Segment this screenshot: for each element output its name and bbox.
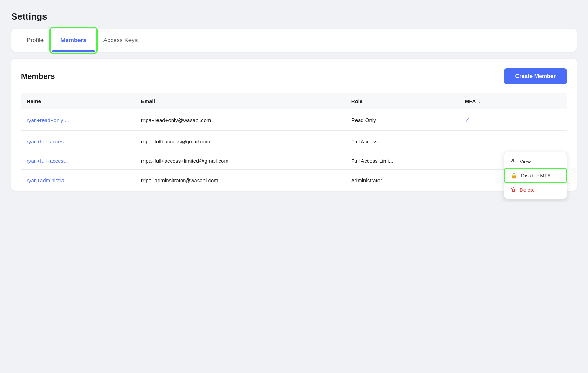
members-header: Members Create Member — [21, 68, 567, 84]
table-row: ryan+full+acces... rripa+full+access@gma… — [21, 131, 567, 152]
delete-icon: 🗑 — [510, 186, 516, 193]
actions-cell: ⋮ 👁 View 🔒 Disable MFA 🗑 D — [516, 131, 567, 152]
tab-members[interactable]: Members — [52, 29, 95, 52]
member-name-link[interactable]: ryan+administra... — [27, 177, 69, 183]
disable-mfa-icon: 🔒 — [510, 172, 517, 179]
col-email: Email — [135, 93, 346, 109]
col-mfa: MFA ↓ — [459, 93, 516, 109]
dropdown-item-delete[interactable]: 🗑 Delete — [504, 183, 567, 197]
member-role: Full Access — [346, 131, 459, 152]
view-icon: 👁 — [510, 158, 516, 164]
member-role: Read Only — [346, 109, 459, 131]
members-title: Members — [21, 72, 55, 81]
page-title: Settings — [11, 11, 577, 22]
member-email: rripa+adminsitrator@wasabi.com — [135, 170, 346, 191]
dropdown-view-label: View — [520, 158, 531, 164]
dropdown-disable-mfa-label: Disable MFA — [521, 172, 551, 178]
col-role: Role — [346, 93, 459, 109]
members-table: Name Email Role MFA ↓ ryan+read+only ...… — [21, 93, 567, 191]
dropdown-menu: 👁 View 🔒 Disable MFA 🗑 Delete — [504, 152, 567, 199]
member-name-link[interactable]: ryan+full+acces... — [27, 138, 68, 144]
mfa-check-icon: ✓ — [465, 116, 470, 124]
table-row: ryan+administra... rripa+adminsitrator@w… — [21, 170, 567, 191]
mfa-sort-icon[interactable]: ↓ — [478, 99, 480, 104]
dropdown-item-disable-mfa[interactable]: 🔒 Disable MFA — [504, 168, 567, 183]
member-role: Administrator — [346, 170, 459, 191]
tabs-card: Profile Members Access Keys — [11, 29, 577, 52]
dropdown-item-view[interactable]: 👁 View — [504, 154, 567, 168]
member-email: rripa+full+access@gmail.com — [135, 131, 346, 152]
member-email: rripa+full+access+limited@gmail.com — [135, 152, 346, 170]
member-role: Full Access Limi... — [346, 152, 459, 170]
tab-access-keys[interactable]: Access Keys — [95, 29, 146, 52]
member-name-link[interactable]: ryan+read+only ... — [27, 117, 69, 123]
table-row: ryan+read+only ... rripa+read+only@wasab… — [21, 109, 567, 131]
table-row: ryan+full+acces... rripa+full+access+lim… — [21, 152, 567, 170]
mfa-label: MFA — [465, 98, 476, 104]
table-header: Name Email Role MFA ↓ — [21, 93, 567, 109]
more-options-button[interactable]: ⋮ — [522, 115, 534, 125]
members-card: Members Create Member Name Email Role MF… — [11, 59, 577, 191]
col-name: Name — [21, 93, 135, 109]
member-name-link[interactable]: ryan+full+acces... — [27, 158, 68, 164]
tab-profile[interactable]: Profile — [18, 29, 52, 52]
mfa-cell: ✓ — [465, 116, 510, 124]
col-actions — [516, 93, 567, 109]
dropdown-delete-label: Delete — [520, 187, 535, 193]
create-member-button[interactable]: Create Member — [504, 68, 567, 84]
more-options-button[interactable]: ⋮ — [522, 136, 534, 146]
member-email: rripa+read+only@wasabi.com — [135, 109, 346, 131]
actions-cell: ⋮ — [516, 109, 567, 131]
table-body: ryan+read+only ... rripa+read+only@wasab… — [21, 109, 567, 191]
